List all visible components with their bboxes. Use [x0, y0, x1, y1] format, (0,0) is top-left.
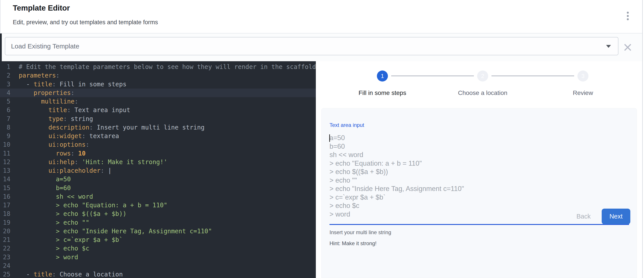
line-code: title: Text area input — [19, 106, 130, 114]
line-code: # Edit the template parameters below to … — [19, 62, 316, 71]
line-code: > echo "Equation: a + b = 110" — [19, 201, 167, 210]
load-template-bar: Load Existing Template — [0, 33, 642, 61]
line-number: 7 — [0, 115, 10, 123]
line-number: 11 — [0, 149, 10, 158]
line-code: sh << word — [19, 192, 93, 201]
template-editor-page: Template Editor Edit, preview, and try o… — [0, 0, 644, 278]
load-template-select[interactable]: Load Existing Template — [5, 37, 618, 55]
line-code: > echo $(($a + $b)) — [19, 210, 126, 218]
line-code: > echo "Inside Here Tag, Assignment c=11… — [19, 227, 212, 236]
line-number: 14 — [0, 175, 10, 184]
editor-line: 19 > echo "" — [0, 218, 316, 227]
step-circle: 3 — [578, 70, 588, 81]
line-code: a=50 — [19, 175, 71, 184]
editor-line: 10 ui:options: — [0, 140, 316, 149]
line-code: description: Insert your multi line stri… — [19, 123, 204, 132]
textarea-placeholder-line: sh << word — [330, 151, 629, 159]
editor-line: 18 > echo $(($a + $b)) — [0, 210, 316, 218]
step-label: Choose a location — [458, 89, 507, 96]
page-title: Template Editor — [13, 3, 70, 12]
field-label: Text area input — [330, 122, 637, 128]
kebab-dot-icon — [627, 12, 629, 14]
editor-line: 5 multiline: — [0, 97, 316, 106]
editor-line: 9 ui:widget: textarea — [0, 132, 316, 140]
page-subtitle: Edit, preview, and try out templates and… — [13, 19, 158, 26]
step-label: Fill in some steps — [358, 89, 406, 96]
line-number: 13 — [0, 166, 10, 175]
line-code: > c=`expr $a + $b` — [19, 236, 123, 244]
line-number: 9 — [0, 132, 10, 140]
line-code: ui:placeholder: | — [19, 166, 112, 175]
line-code: properties: — [19, 89, 74, 97]
line-number: 23 — [0, 253, 10, 262]
line-number: 6 — [0, 106, 10, 114]
field-hint: Hint: Make it strong! — [330, 240, 637, 247]
main-split: 1# Edit the template parameters below to… — [0, 61, 644, 278]
dropdown-caret-icon — [606, 45, 611, 48]
line-code: > echo $c — [19, 244, 89, 253]
close-icon — [623, 42, 632, 52]
field-description: Insert your multi line string — [330, 229, 637, 236]
code-editor[interactable]: 1# Edit the template parameters below to… — [0, 61, 316, 278]
textarea-placeholder-line: > echo $(($a + $b)) — [330, 168, 629, 176]
line-number: 8 — [0, 123, 10, 132]
line-number: 21 — [0, 236, 10, 244]
line-number: 15 — [0, 184, 10, 192]
line-number: 24 — [0, 262, 10, 270]
text-cursor — [329, 134, 330, 142]
header: Template Editor Edit, preview, and try o… — [0, 0, 642, 33]
line-number: 22 — [0, 244, 10, 253]
editor-line: 21 > c=`expr $a + $b` — [0, 236, 316, 244]
editor-line: 24 — [0, 262, 316, 270]
step-connector — [492, 76, 574, 76]
more-options-button[interactable] — [623, 9, 632, 23]
editor-line: 1# Edit the template parameters below to… — [0, 62, 316, 71]
line-code: - title: Choose a location — [19, 270, 123, 278]
preview-panel: 1Fill in some steps2Choose a location3Re… — [316, 61, 642, 278]
line-number: 12 — [0, 158, 10, 166]
editor-line: 8 description: Insert your multi line st… — [0, 123, 316, 132]
line-code: b=60 — [19, 184, 71, 192]
step-label: Review — [573, 89, 593, 96]
line-code: > word — [19, 253, 78, 262]
back-button[interactable]: Back — [570, 209, 597, 224]
textarea-placeholder-line: > echo "Inside Here Tag, Assignment c=11… — [330, 185, 629, 193]
step-circle: 1 — [377, 70, 388, 81]
line-code: > echo "" — [19, 218, 89, 227]
line-number: 10 — [0, 140, 10, 149]
textarea-placeholder-line: > echo "" — [330, 176, 629, 185]
editor-line: 13 ui:placeholder: | — [0, 166, 316, 175]
step-circle: 2 — [477, 70, 488, 81]
editor-line: 14 a=50 — [0, 175, 316, 184]
editor-line: 6 title: Text area input — [0, 106, 316, 114]
kebab-dot-icon — [627, 18, 629, 20]
editor-line: 3 - title: Fill in some steps — [0, 80, 316, 89]
kebab-dot-icon — [627, 15, 629, 17]
line-number: 18 — [0, 210, 10, 218]
editor-line: 20 > echo "Inside Here Tag, Assignment c… — [0, 227, 316, 236]
line-number: 19 — [0, 218, 10, 227]
editor-line: 2parameters: — [0, 71, 316, 80]
next-button[interactable]: Next — [602, 209, 630, 224]
stepper: 1Fill in some steps2Choose a location3Re… — [316, 61, 642, 108]
step-connector — [391, 76, 474, 76]
editor-line: 16 sh << word — [0, 192, 316, 201]
editor-line: 17 > echo "Equation: a + b = 110" — [0, 201, 316, 210]
line-code: parameters: — [19, 71, 60, 80]
line-code: rows: 10 — [19, 149, 86, 158]
textarea-placeholder-line: > c=`expr $a + $b` — [330, 193, 629, 202]
textarea-placeholder-line: b=60 — [330, 142, 629, 151]
form-actions: Back Next — [570, 209, 630, 224]
line-number: 16 — [0, 192, 10, 201]
clear-template-button[interactable] — [623, 42, 632, 52]
form-card: Text area input a=50b=60sh << word> echo… — [321, 108, 637, 278]
textarea-placeholder-line: > echo "Equation: a + b = 110" — [330, 159, 629, 168]
editor-line: 12 ui:help: 'Hint: Make it strong!' — [0, 158, 316, 166]
editor-line: 25 - title: Choose a location — [0, 270, 316, 278]
line-code: type: string — [19, 115, 93, 123]
line-number: 17 — [0, 201, 10, 210]
load-template-placeholder: Load Existing Template — [11, 42, 79, 50]
editor-line: 11 rows: 10 — [0, 149, 316, 158]
line-number: 4 — [0, 89, 10, 97]
multiline-textarea[interactable]: a=50b=60sh << word> echo "Equation: a + … — [330, 134, 629, 219]
